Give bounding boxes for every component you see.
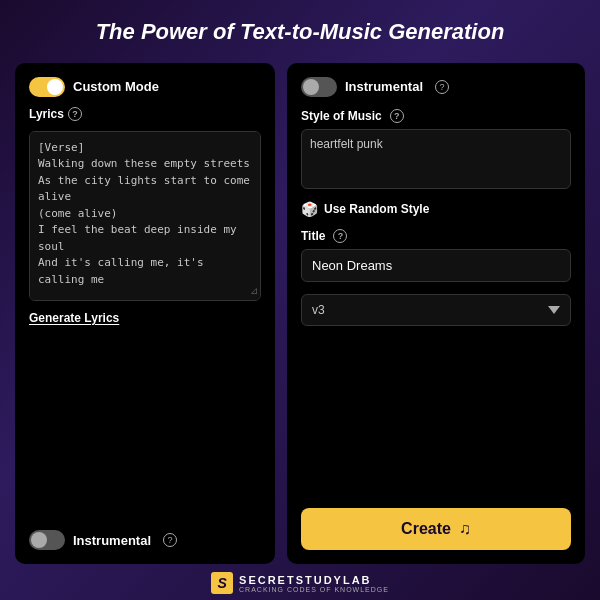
lyrics-text: [Verse] Walking down these empty streets…	[38, 140, 254, 301]
lyrics-resize-handle[interactable]: ⊿	[250, 283, 258, 298]
style-help-icon[interactable]: ?	[390, 109, 404, 123]
right-instrumental-label: Instrumental	[345, 79, 423, 94]
lyrics-label-text: Lyrics	[29, 107, 64, 121]
left-instrumental-toggle[interactable]	[29, 530, 65, 550]
lyrics-box[interactable]: [Verse] Walking down these empty streets…	[29, 131, 261, 301]
style-input[interactable]	[301, 129, 571, 189]
right-instrumental-row: Instrumental ?	[301, 77, 571, 97]
style-label: Style of Music	[301, 109, 382, 123]
create-button[interactable]: Create ♫	[301, 508, 571, 550]
right-panel: Instrumental ? Style of Music ? 🎲 Use Ra…	[287, 63, 585, 564]
generate-lyrics-button[interactable]: Generate Lyrics	[29, 311, 261, 325]
left-panel: Custom Mode Lyrics ? [Verse] Walking dow…	[15, 63, 275, 564]
footer-logo: S SECRETSTUDYLAB Cracking Codes of Knowl…	[211, 572, 389, 594]
title-help-icon[interactable]: ?	[333, 229, 347, 243]
logo-name: SECRETSTUDYLAB	[239, 574, 389, 586]
logo-text-group: SECRETSTUDYLAB Cracking Codes of Knowled…	[239, 574, 389, 593]
footer: S SECRETSTUDYLAB Cracking Codes of Knowl…	[211, 564, 389, 600]
title-input[interactable]	[301, 249, 571, 282]
music-note-icon: ♫	[459, 520, 471, 538]
dice-icon: 🎲	[301, 201, 318, 217]
main-content: Custom Mode Lyrics ? [Verse] Walking dow…	[15, 63, 585, 564]
style-label-row: Style of Music ?	[301, 109, 571, 123]
logo-sub: Cracking Codes of Knowledge	[239, 586, 389, 593]
random-style-button[interactable]: 🎲 Use Random Style	[301, 201, 571, 217]
lyrics-label-row: Lyrics ?	[29, 107, 261, 121]
left-instrumental-help-icon[interactable]: ?	[163, 533, 177, 547]
title-section: Title ?	[301, 229, 571, 282]
create-label: Create	[401, 520, 451, 538]
left-instrumental-label: Instrumental	[73, 533, 151, 548]
custom-mode-toggle[interactable]	[29, 77, 65, 97]
version-select[interactable]: v3 v4 v2	[301, 294, 571, 326]
logo-s-icon: S	[211, 572, 233, 594]
page-title: The Power of Text-to-Music Generation	[66, 0, 535, 63]
style-section: Style of Music ?	[301, 109, 571, 189]
custom-mode-label: Custom Mode	[73, 79, 159, 94]
lyrics-help-icon[interactable]: ?	[68, 107, 82, 121]
title-label: Title	[301, 229, 325, 243]
custom-mode-row: Custom Mode	[29, 77, 261, 97]
right-instrumental-help-icon[interactable]: ?	[435, 80, 449, 94]
random-style-label: Use Random Style	[324, 202, 429, 216]
right-instrumental-toggle[interactable]	[301, 77, 337, 97]
title-label-row: Title ?	[301, 229, 571, 243]
left-instrumental-row: Instrumental ?	[29, 530, 261, 550]
